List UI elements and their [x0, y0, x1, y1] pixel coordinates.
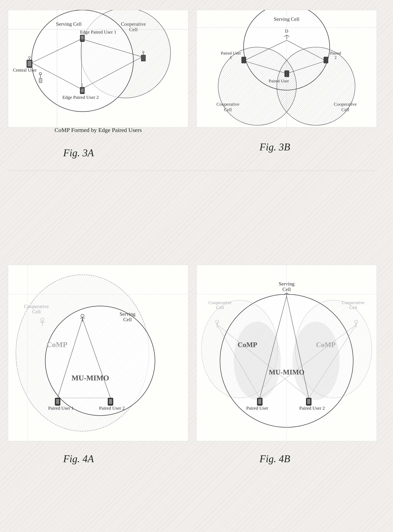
svg-text:Cell: Cell [32, 309, 41, 315]
svg-text:Edge Paired User 2: Edge Paired User 2 [62, 95, 99, 100]
svg-text:Paired User 2: Paired User 2 [299, 406, 325, 411]
svg-text:CoMP: CoMP [316, 341, 336, 349]
svg-rect-77 [56, 399, 59, 404]
svg-rect-80 [109, 399, 112, 404]
svg-text:Central User: Central User [13, 67, 37, 72]
svg-text:CoMP: CoMP [47, 340, 67, 349]
figure-3a-panel: Cooperative Cell Serving Cell Central Us… [8, 10, 188, 127]
svg-point-93 [293, 321, 339, 400]
svg-point-92 [234, 321, 281, 400]
svg-text:Serving: Serving [120, 311, 135, 317]
svg-text:Paired User: Paired User [246, 406, 268, 411]
svg-text:CoMP: CoMP [238, 341, 257, 349]
svg-text:1: 1 [230, 55, 232, 60]
svg-text:Paired User 2: Paired User 2 [99, 406, 125, 411]
fig3a-caption: CoMP Formed by Edge Paired Users [8, 125, 188, 134]
svg-point-63 [45, 306, 155, 416]
svg-rect-20 [141, 55, 145, 61]
svg-text:Cell: Cell [341, 107, 349, 112]
svg-text:Cell: Cell [123, 317, 132, 322]
svg-text:D: D [285, 29, 288, 34]
svg-rect-114 [307, 399, 310, 404]
svg-rect-9 [28, 61, 31, 66]
fig3a-label: Fig. 3A [39, 147, 118, 159]
svg-text:Paired User 1: Paired User 1 [48, 406, 74, 411]
svg-text:Cooperative: Cooperative [334, 101, 357, 107]
svg-text:2: 2 [334, 55, 337, 60]
svg-text:Cooperative: Cooperative [208, 300, 231, 305]
figure-4a-panel: Cooperative Cell Serving Cell CoMP MU-MI… [8, 265, 188, 441]
svg-text:Cooperative: Cooperative [216, 101, 240, 107]
svg-text:Cooperative: Cooperative [342, 300, 365, 305]
fig4b-label: Fig. 4B [236, 453, 314, 465]
svg-text:Cell: Cell [216, 305, 224, 310]
separator [8, 171, 377, 171]
figure-3b-panel: Serving Cell D Cooperative Cell Cooperat… [196, 10, 377, 127]
svg-text:Cell: Cell [349, 305, 357, 310]
svg-text:Cooperative: Cooperative [121, 21, 146, 27]
svg-text:Serving Cell: Serving Cell [56, 21, 81, 27]
svg-text:Edge Paired User 1: Edge Paired User 1 [80, 29, 116, 34]
svg-point-37 [277, 47, 355, 125]
fig3b-label: Fig. 3B [236, 141, 314, 153]
svg-text:Paired User: Paired User [269, 78, 289, 83]
fig4a-label: Fig. 4A [39, 453, 118, 465]
page: Cooperative Cell Serving Cell Central Us… [0, 0, 393, 532]
svg-text:Cell: Cell [224, 107, 232, 112]
svg-rect-47 [285, 71, 289, 77]
svg-rect-26 [39, 78, 42, 83]
svg-text:Cooperative: Cooperative [24, 304, 49, 309]
svg-rect-111 [258, 399, 261, 404]
svg-text:Cell: Cell [129, 27, 138, 32]
